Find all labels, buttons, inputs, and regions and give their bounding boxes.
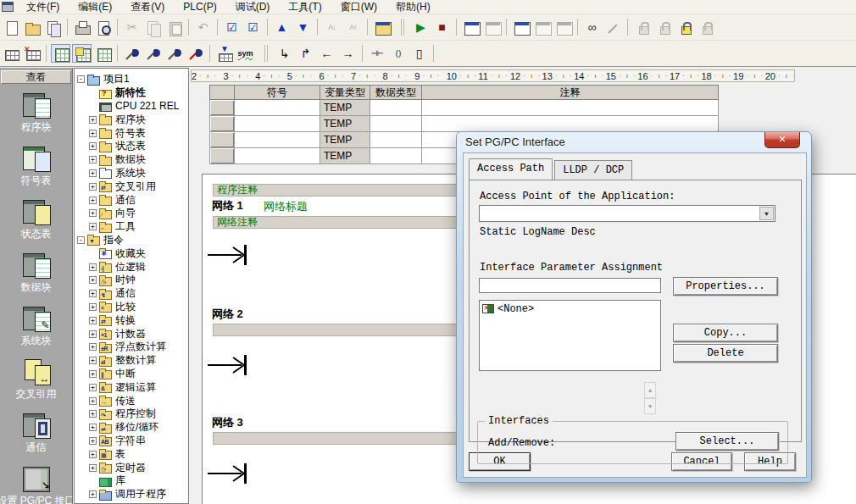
tree-item-table[interactable]: +▦表	[75, 447, 188, 461]
filter-table-icon[interactable]	[214, 44, 234, 63]
upload-icon[interactable]: ▲	[272, 18, 292, 36]
menu-file[interactable]: 文件(F)	[17, 0, 69, 14]
open-branch-arrow[interactable]	[208, 244, 253, 266]
sidebar-item-set-pgpc-interface[interactable]: ↘设置 PG/PC 接口	[0, 462, 72, 504]
menu-debug[interactable]: 调试(D)	[226, 0, 280, 14]
menu-plc[interactable]: PLC(P)	[174, 0, 225, 14]
expand-box[interactable]: +	[89, 490, 97, 498]
row-selector[interactable]	[209, 100, 235, 116]
expand-box[interactable]: +	[89, 130, 97, 137]
delete-network-icon[interactable]	[22, 44, 42, 63]
print-preview-icon[interactable]	[93, 18, 113, 36]
expand-box[interactable]	[89, 89, 97, 97]
cell-symbol[interactable]	[235, 116, 320, 132]
sidebar-item-cross-reference[interactable]: ↔交叉引用	[0, 356, 72, 409]
cell-symbol[interactable]	[235, 132, 320, 148]
tree-item-project[interactable]: -项目1	[75, 73, 188, 86]
pause-chart-status-icon[interactable]	[532, 18, 552, 36]
open-branch-arrow[interactable]	[208, 354, 253, 376]
box-icon[interactable]: ▯	[409, 44, 429, 63]
list-item[interactable]: <None>	[482, 302, 658, 315]
line-right-icon[interactable]: →	[338, 44, 358, 63]
tree-item-compare[interactable]: +<比较	[75, 301, 188, 314]
cell-comment[interactable]	[422, 116, 719, 132]
tree-item-program-block[interactable]: +程序块	[75, 113, 188, 126]
menu-edit[interactable]: 编辑(E)	[69, 0, 121, 14]
tree-item-favorites[interactable]: ∗收藏夹	[75, 246, 188, 260]
tree-item-call-subroutine[interactable]: +调用子程序	[75, 488, 188, 501]
expand-box[interactable]: +	[89, 116, 97, 124]
expand-box[interactable]: +	[89, 317, 97, 324]
tree-item-convert[interactable]: +⇄转换	[75, 313, 188, 327]
tree-item-libraries[interactable]: 库	[75, 474, 188, 488]
expand-box[interactable]: +	[89, 397, 97, 405]
force-partial-lock-icon[interactable]	[675, 18, 694, 36]
tree-item-whats-new[interactable]: ?新特性	[75, 86, 188, 100]
tree-item-data-block[interactable]: +数据块	[75, 153, 188, 167]
arrow-up-icon[interactable]: ▲	[644, 382, 656, 398]
sidebar-item-data-block[interactable]: 数据块	[0, 249, 72, 302]
paste-icon[interactable]	[164, 18, 184, 36]
expand-box[interactable]: +	[89, 209, 97, 217]
tab-access-path[interactable]: Access Path	[469, 158, 553, 180]
delete-button[interactable]: Delete	[673, 344, 778, 363]
copy-icon[interactable]	[143, 18, 163, 36]
expand-box[interactable]: +	[89, 303, 97, 311]
tree-item-cpu[interactable]: CPU 221 REL	[75, 100, 188, 114]
tree-item-clock[interactable]: +◷时钟	[75, 274, 188, 287]
tree-item-communication[interactable]: +通信	[75, 193, 188, 207]
chevron-down-icon[interactable]: ▼	[759, 207, 774, 220]
cell-symbol[interactable]	[235, 100, 320, 116]
unforce-lock-icon[interactable]	[653, 18, 673, 36]
network-1-title[interactable]: 网络标题	[264, 199, 308, 214]
expand-box[interactable]: +	[89, 276, 97, 284]
tree-item-status-table[interactable]: +状态表	[75, 140, 188, 153]
symbolic-addressing-icon[interactable]: sym	[236, 44, 255, 63]
cut-icon[interactable]: ✂	[122, 18, 142, 36]
expand-box[interactable]: +	[89, 169, 97, 177]
options-window-icon[interactable]	[372, 18, 392, 36]
compile-all-icon[interactable]: ☑	[243, 18, 263, 36]
tree-item-tools[interactable]: +⌐工具	[75, 220, 188, 234]
arrow-down-icon[interactable]: ▼	[644, 398, 656, 414]
expand-box[interactable]: +	[89, 410, 97, 418]
cell-var-type[interactable]: TEMP	[320, 148, 370, 164]
expand-box[interactable]	[89, 250, 97, 258]
new-file-icon[interactable]	[1, 18, 20, 36]
stop-icon[interactable]: ■	[432, 18, 452, 36]
open-branch-arrow[interactable]	[208, 462, 253, 485]
coil-icon[interactable]: ( )	[388, 44, 408, 63]
run-icon[interactable]: ▶	[411, 18, 431, 36]
contact-icon[interactable]: ⊣⊢	[367, 44, 386, 63]
menu-help[interactable]: 帮助(H)	[386, 0, 440, 14]
open-icon[interactable]	[22, 18, 42, 36]
tree-item-wizard[interactable]: +∕向导	[75, 207, 188, 220]
expand-box[interactable]: +	[89, 183, 97, 191]
symbol-table-view-icon[interactable]	[93, 44, 113, 63]
menu-tools[interactable]: 工具(T)	[279, 0, 331, 14]
expand-box[interactable]: +	[89, 370, 97, 378]
chart-status-off-icon[interactable]	[553, 18, 573, 36]
line-down-icon[interactable]: ↳	[275, 44, 294, 63]
expand-box[interactable]: +	[89, 290, 97, 297]
expand-box[interactable]: +	[89, 437, 97, 445]
sidebar-item-system-block[interactable]: ✎系统块	[0, 302, 72, 356]
compile-icon[interactable]: ☑	[222, 18, 242, 36]
interface-listbox[interactable]: <None>	[479, 300, 661, 371]
sidebar-item-program-block[interactable]: 程序块	[0, 89, 72, 142]
expand-box[interactable]: +	[89, 197, 97, 204]
pause-program-status-icon[interactable]	[482, 18, 502, 36]
tree-item-bit-logic[interactable]: +-|位逻辑	[75, 260, 188, 274]
tree-item-cross-reference[interactable]: +⇄交叉引用	[75, 180, 188, 193]
tree-item-string[interactable]: +AB字符串	[75, 435, 188, 448]
view-component-icon[interactable]	[51, 44, 70, 63]
tree-item-timers[interactable]: +◷定时器	[75, 461, 188, 474]
menu-view[interactable]: 查看(V)	[121, 0, 174, 14]
sidebar-item-status-table[interactable]: 状态表	[0, 196, 72, 249]
tree-item-shift-rotate[interactable]: +⇌移位/循环	[75, 421, 188, 435]
expand-box[interactable]: +	[89, 142, 97, 150]
expand-box[interactable]	[89, 477, 97, 485]
expand-box[interactable]: +	[89, 330, 97, 338]
cell-data-type[interactable]	[370, 148, 422, 164]
delete-wand-icon[interactable]	[186, 44, 205, 63]
